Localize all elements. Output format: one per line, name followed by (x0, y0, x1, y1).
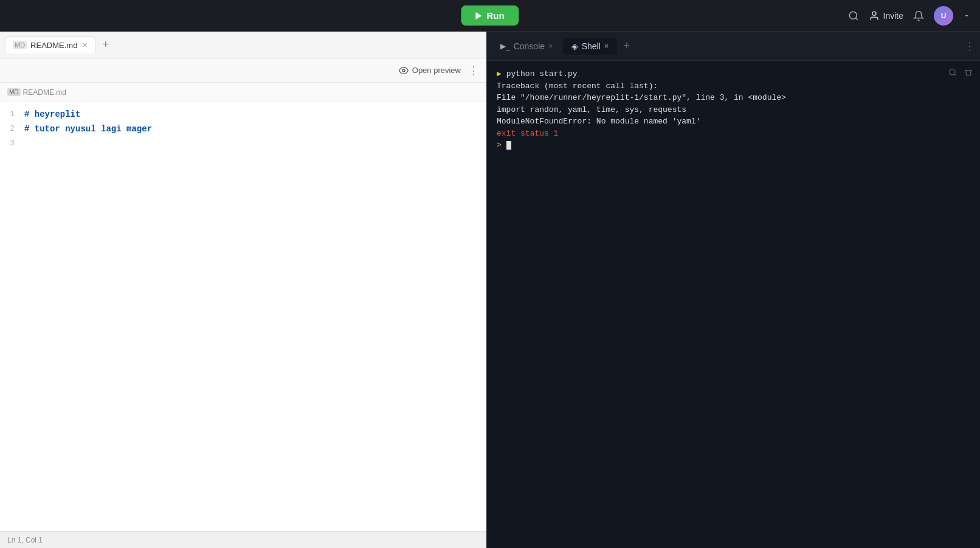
svg-point-3 (402, 69, 405, 72)
editor-tab-readme[interactable]: MD README.md × (5, 36, 95, 54)
terminal-clear-button[interactable] (964, 68, 973, 77)
header-center: Run (461, 5, 519, 26)
editor-tab-close[interactable]: × (82, 41, 87, 49)
svg-point-2 (872, 12, 876, 15)
terminal-tab-console-close[interactable]: × (548, 41, 553, 50)
editor-statusbar: Ln 1, Col 1 (0, 531, 486, 548)
terminal-panel: ▶_ Console × ◈ Shell × + ⋮ (486, 32, 980, 548)
editor-tab-label: README.md (30, 41, 77, 50)
editor-panel: MD README.md × + Open preview ⋮ MD READM… (0, 32, 486, 548)
import-line: import random, yaml, time, sys, requests (497, 105, 686, 114)
play-icon (475, 12, 481, 19)
code-line-3: 3 (0, 136, 486, 151)
terminal-tab-console-label: Console (514, 41, 545, 51)
file-path: File "/home/runner/heyreplit-1/start.py"… (497, 93, 786, 102)
shell-prompt: > (497, 140, 506, 150)
svg-point-0 (849, 12, 857, 19)
terminal-tab-shell-label: Shell (582, 41, 601, 51)
editor-tab-add[interactable]: + (98, 38, 114, 51)
line-number-2: 2 (0, 122, 24, 136)
notifications-button[interactable] (913, 10, 924, 21)
terminal-line-5: ModuleNotFoundError: No module named 'ya… (497, 116, 970, 128)
terminal-line-3: File "/home/runner/heyreplit-1/start.py"… (497, 92, 970, 104)
console-icon: ▶_ (500, 42, 510, 50)
breadcrumb-label: README.md (23, 88, 66, 97)
command-text: python start.py (506, 69, 578, 78)
run-button[interactable]: Run (461, 5, 519, 26)
exit-status: exit status 1 (497, 129, 558, 138)
line-number-3: 3 (0, 136, 24, 151)
breadcrumb: MD README.md (0, 83, 486, 102)
avatar-initials: U (941, 12, 947, 20)
traceback-label: Traceback (most recent call last): (497, 82, 658, 91)
terminal-line-1: ▶ python start.py (497, 68, 970, 80)
preview-label: Open preview (412, 66, 461, 75)
line-content-1: # heyreplit (24, 107, 486, 122)
terminal-tab-console[interactable]: ▶_ Console × (492, 38, 562, 55)
terminal-content[interactable]: ▶ python start.py Traceback (most recent… (487, 61, 980, 548)
svg-line-5 (954, 74, 956, 76)
terminal-toolbar-icons (948, 68, 973, 77)
terminal-tab-shell[interactable]: ◈ Shell × (563, 38, 618, 55)
terminal-tab-add[interactable]: + (618, 40, 635, 52)
editor-toolbar: Open preview ⋮ (0, 58, 486, 83)
terminal-tabs: ▶_ Console × ◈ Shell × + ⋮ (487, 32, 980, 61)
line-content-2: # tutor nyusul lagi mager (24, 122, 486, 136)
editor-more-button[interactable]: ⋮ (468, 64, 479, 77)
open-preview-button[interactable]: Open preview (399, 66, 461, 75)
terminal-line-6: exit status 1 (497, 128, 970, 140)
invite-button[interactable]: Invite (869, 10, 903, 21)
main-content: MD README.md × + Open preview ⋮ MD READM… (0, 32, 980, 548)
search-button[interactable] (848, 10, 859, 21)
terminal-search-button[interactable] (948, 68, 957, 77)
header-right: Invite U (848, 6, 970, 26)
code-line-1: 1 # heyreplit (0, 107, 486, 122)
avatar[interactable]: U (934, 6, 953, 26)
code-editor[interactable]: 1 # heyreplit 2 # tutor nyusul lagi mage… (0, 102, 486, 531)
header: Run Invite U (0, 0, 980, 32)
terminal-more-button[interactable]: ⋮ (964, 40, 975, 53)
file-icon-small: MD (7, 88, 21, 96)
shell-icon: ◈ (571, 41, 578, 51)
terminal-line-2: Traceback (most recent call last): (497, 80, 970, 92)
terminal-cursor (506, 141, 511, 150)
code-line-2: 2 # tutor nyusul lagi mager (0, 122, 486, 136)
tab-file-icon: MD (13, 41, 27, 49)
statusbar-text: Ln 1, Col 1 (7, 536, 43, 544)
line-number-1: 1 (0, 107, 24, 122)
svg-point-4 (950, 69, 955, 75)
terminal-line-4: import random, yaml, time, sys, requests (497, 104, 970, 116)
prompt-symbol: ▶ (497, 69, 506, 78)
run-label: Run (486, 10, 504, 21)
invite-label: Invite (883, 11, 903, 21)
error-type: ModuleNotFoundError: No module named 'ya… (497, 117, 700, 126)
svg-line-1 (855, 18, 857, 19)
avatar-dropdown-button[interactable] (963, 12, 970, 19)
terminal-output: ▶ python start.py Traceback (most recent… (497, 68, 970, 151)
terminal-line-7: > (497, 139, 970, 151)
editor-tabs: MD README.md × + (0, 32, 486, 58)
terminal-tab-shell-close[interactable]: × (604, 41, 609, 50)
